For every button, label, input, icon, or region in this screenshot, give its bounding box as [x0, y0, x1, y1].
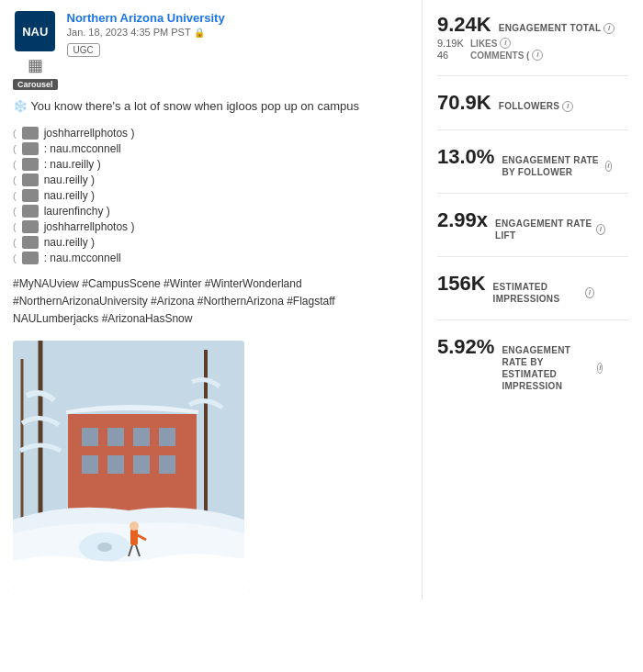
- engagement-total-label: ENGAGEMENT TOTAL i: [499, 23, 615, 34]
- hashtags: #MyNAUview #CampusScene #Winter #WinterW…: [13, 275, 409, 329]
- likes-value: 9.19K: [437, 38, 467, 49]
- list-item: ( nau.reilly ): [13, 189, 409, 202]
- engagement-sub-metrics: 9.19K LIKES i 46 COMMENTS ( i: [437, 38, 628, 61]
- engagement-rate-impression-value: 5.92%: [437, 335, 494, 359]
- engagement-rate-lift-value: 2.99x: [437, 208, 488, 232]
- estimated-impressions-label: ESTIMATED IMPRESSIONS i: [493, 281, 594, 305]
- info-icon[interactable]: i: [500, 38, 511, 49]
- estimated-impressions-block: 156K ESTIMATED IMPRESSIONS i: [437, 272, 628, 305]
- svg-rect-5: [133, 428, 150, 446]
- divider: [437, 129, 628, 130]
- list-item: ( nau.reilly ): [13, 236, 409, 249]
- right-panel: 9.24K ENGAGEMENT TOTAL i 9.19K LIKES i 4…: [423, 0, 643, 599]
- engagement-rate-lift-label: ENGAGEMENT RATE LIFT i: [495, 218, 605, 241]
- comments-value: 46: [437, 50, 467, 61]
- list-item: ( joshharrellphotos ): [13, 220, 409, 233]
- svg-rect-6: [159, 428, 175, 446]
- user-thumbnail: [22, 158, 39, 171]
- list-item: ( joshharrellphotos ): [13, 127, 409, 140]
- likes-label: LIKES i: [470, 38, 511, 49]
- user-thumbnail: [22, 174, 39, 186]
- user-thumbnail: [22, 252, 39, 264]
- list-item: ( : nau.reilly ): [13, 158, 409, 171]
- svg-point-15: [97, 543, 112, 552]
- engagement-rate-impression-label: ENGAGEMENT RATE BY ESTIMATED IMPRESSION …: [502, 344, 603, 392]
- engagement-rate-lift-block: 2.99x ENGAGEMENT RATE LIFT i: [437, 208, 628, 241]
- ugc-badge: UGC: [67, 43, 100, 57]
- comments-row: 46 COMMENTS ( i: [437, 50, 628, 61]
- profile-name[interactable]: Northern Arizona University: [67, 11, 409, 25]
- user-thumbnail: [22, 142, 39, 155]
- info-icon[interactable]: i: [597, 363, 603, 374]
- svg-rect-10: [159, 455, 175, 474]
- svg-rect-7: [82, 455, 98, 474]
- profile-header: NAU ▦ Carousel Northern Arizona Universi…: [13, 11, 409, 90]
- divider: [437, 75, 628, 76]
- avatar-text: NAU: [22, 25, 48, 39]
- post-image: [13, 341, 244, 588]
- followers-value: 70.9K: [437, 91, 491, 115]
- profile-info: Northern Arizona University Jan. 18, 202…: [67, 11, 409, 57]
- avatar: NAU: [15, 11, 55, 51]
- svg-point-17: [130, 521, 139, 531]
- estimated-impressions-value: 156K: [437, 272, 486, 296]
- engagement-total-block: 9.24K ENGAGEMENT TOTAL i 9.19K LIKES i 4…: [437, 13, 628, 61]
- user-thumbnail: [22, 189, 39, 202]
- user-thumbnail: [22, 205, 39, 218]
- list-item: ( : nau.mcconnell: [13, 252, 409, 264]
- user-thumbnail: [22, 220, 39, 233]
- followers-block: 70.9K FOLLOWERS i: [437, 91, 628, 115]
- engagement-rate-follower-value: 13.0%: [437, 145, 494, 169]
- info-icon[interactable]: i: [605, 161, 613, 172]
- svg-rect-8: [107, 455, 124, 474]
- engagement-total-value: 9.24K: [437, 13, 491, 37]
- svg-rect-16: [130, 529, 138, 545]
- comments-label: COMMENTS ( i: [470, 50, 543, 61]
- list-item: ( laurenfinchy ): [13, 205, 409, 218]
- followers-label: FOLLOWERS i: [499, 101, 574, 112]
- info-icon[interactable]: i: [562, 101, 573, 112]
- lock-icon: 🔒: [194, 28, 205, 38]
- list-item: ( nau.reilly ): [13, 174, 409, 186]
- engagement-rate-follower-label: ENGAGEMENT RATE BY FOLLOWER i: [502, 154, 612, 178]
- svg-rect-9: [133, 455, 150, 474]
- likes-row: 9.19K LIKES i: [437, 38, 628, 49]
- post-caption: ❄️ You know there's a lot of snow when i…: [13, 97, 409, 116]
- profile-date: Jan. 18, 2023 4:35 PM PST 🔒: [67, 27, 409, 38]
- list-item: ( : nau.mcconnell: [13, 142, 409, 155]
- info-icon[interactable]: i: [596, 224, 605, 235]
- info-icon[interactable]: i: [604, 23, 615, 34]
- engagement-rate-impression-block: 5.92% ENGAGEMENT RATE BY ESTIMATED IMPRE…: [437, 335, 628, 392]
- left-panel: NAU ▦ Carousel Northern Arizona Universi…: [0, 0, 423, 599]
- instagram-icon: ▦: [28, 55, 43, 75]
- avatar-area: NAU ▦ Carousel: [13, 11, 58, 90]
- divider: [437, 256, 628, 257]
- svg-rect-3: [82, 428, 98, 446]
- user-thumbnail: [22, 236, 39, 249]
- info-icon[interactable]: i: [532, 50, 543, 61]
- user-thumbnail: [22, 127, 39, 140]
- divider: [437, 193, 628, 194]
- carousel-badge: Carousel: [13, 79, 58, 90]
- engagement-rate-follower-block: 13.0% ENGAGEMENT RATE BY FOLLOWER i: [437, 145, 628, 178]
- svg-rect-4: [107, 428, 124, 446]
- tagged-users: ( joshharrellphotos ) ( : nau.mcconnell …: [13, 127, 409, 264]
- info-icon[interactable]: i: [585, 287, 593, 298]
- divider: [437, 319, 628, 320]
